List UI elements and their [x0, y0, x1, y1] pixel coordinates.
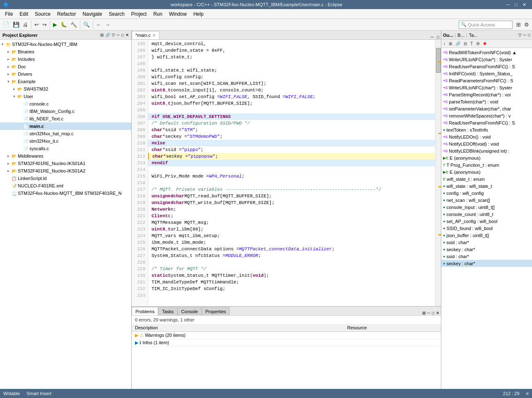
code-line[interactable]: Client c; [148, 213, 435, 219]
outline-maximize[interactable]: □ [528, 33, 530, 37]
outline-item[interactable]: Ewifi_state_t : enum [441, 175, 532, 182]
tree-expand-icon[interactable]: ▾ [2, 42, 6, 46]
bottom-tab-problems[interactable]: Problems [132, 307, 158, 315]
outline-item[interactable]: ●console_count : uint8_t [441, 211, 532, 218]
tree-item-root[interactable]: ▾📁STM32F4xx-Nucleo-MQTT_IBM [0, 41, 131, 48]
menu-item-navigate[interactable]: Navigate [79, 10, 105, 18]
outline-minimize[interactable]: ─ [523, 33, 526, 37]
toolbar-settings-button[interactable]: ⚙ [523, 21, 530, 29]
code-line[interactable]: uint8_t console_input[1], console_count=… [148, 87, 435, 94]
code-line[interactable]: static System_Status_t MQTTtimer_init(vo… [148, 272, 435, 279]
code-line[interactable]: /* MQTT. Private variables -------------… [148, 186, 435, 193]
bottom-tab-console[interactable]: Console [178, 307, 202, 315]
menu-item-edit[interactable]: Edit [16, 10, 31, 18]
outline-item[interactable]: ●SSID_found : wifi_bool [441, 225, 532, 232]
tree-item-drivers[interactable]: ▸📂Drivers [0, 70, 131, 78]
code-line[interactable]: MQTTMessage MQTT_msg; [148, 219, 435, 226]
code-line[interactable]: char *seckey = "pippopsw"; [148, 153, 435, 160]
code-line[interactable]: mqtt_device_control, [148, 41, 435, 47]
tree-item-nucleoxml[interactable]: 📝NUCLEO-F401RE.xml [0, 182, 131, 189]
toolbar-back-button[interactable]: ← [95, 21, 103, 29]
code-line[interactable]: wifi_state_t wifi_state; [148, 67, 435, 74]
bottom-maximize-button[interactable]: □ [432, 311, 434, 315]
panel-menu-button[interactable]: ▽ [112, 33, 115, 37]
outline-collapse-button[interactable]: ⊟ [462, 41, 468, 47]
outline-item[interactable]: ●set_AP_config : wifi_bool [441, 218, 532, 225]
code-editor[interactable]: mqtt_device_control, wifi_undefine_state… [148, 40, 435, 306]
tree-expand-icon[interactable]: ▸ [7, 57, 12, 61]
menu-item-refactor[interactable]: Refactor [54, 10, 79, 18]
tree-item-includes[interactable]: ▸📂Includes [0, 55, 131, 63]
toolbar-save-button[interactable]: 💾 [12, 21, 21, 29]
code-line[interactable]: #endif [148, 160, 435, 166]
outline-item[interactable]: +SNotifyLEDBlink(unsigned int) : [441, 147, 532, 154]
code-line[interactable]: unsigned char MQTT_write_buf[MQTT_BUFFER… [148, 199, 435, 206]
code-line[interactable]: } wifi_state_t; [148, 54, 435, 60]
editor-tab-close[interactable]: ✕ [152, 33, 156, 38]
code-line[interactable]: TIM_HandleTypeDef MQTTtimHandle; [148, 279, 435, 285]
outline-item[interactable]: +SParseStringRecord(char*) : voi [441, 91, 532, 98]
outline-link-button[interactable]: 🔗 [454, 41, 462, 47]
tree-item-linkerscript[interactable]: 📋LinkerScript.ld [0, 175, 131, 182]
outline-settings-button[interactable]: ⚙ [475, 41, 481, 47]
code-line[interactable]: System_Status_t nfcStatus = MODULE_ERROR… [148, 252, 435, 259]
close-button[interactable]: ✕ [520, 2, 529, 7]
outline-item[interactable]: TT Prog_Function_t : enum [441, 161, 532, 168]
toolbar-print-button[interactable]: 🖨 [22, 21, 29, 29]
outline-item[interactable]: ●json_buffer : uint8_t[] [441, 232, 532, 239]
toolbar-build-button[interactable]: 🔨 [69, 21, 78, 29]
tree-item-stm32f4[interactable]: 📄stm32f4xx_it.c [0, 137, 131, 145]
tree-item-stm32desc[interactable]: 📃STM32F4xx-Nucleo-MQTT_IBM STM32F401RE_N [0, 189, 131, 197]
outline-tab[interactable]: Ou... [443, 33, 453, 38]
tree-expand-icon[interactable]: ▾ [13, 94, 17, 98]
bottom-minimize-button[interactable]: ─ [427, 311, 430, 315]
tasks-tab[interactable]: Ta... [469, 33, 478, 38]
menu-item-source[interactable]: Source [31, 10, 54, 18]
editor-panel-maximize[interactable]: □ [435, 35, 441, 39]
code-line[interactable]: MQTT_vars mqtt_ibm_setup; [148, 233, 435, 239]
tree-item-syscalls[interactable]: 📄syscalls.c [0, 145, 131, 152]
vertical-scrollbar[interactable] [435, 40, 441, 306]
toolbar-search-button[interactable]: 🔍 [82, 21, 91, 29]
menu-item-file[interactable]: File [2, 10, 16, 18]
tree-item-stm32f401re_iks01a2[interactable]: ▸📂STM32F401RE_Nucleo-IKS01A2 [0, 167, 131, 175]
tree-item-sw4stm32[interactable]: ▸📂SW4STM32 [0, 85, 131, 93]
code-line[interactable]: MQTTPacket_connectData options = MQTTPac… [148, 246, 435, 252]
outline-item[interactable]: ●ssid : char* [441, 239, 532, 246]
outline-item[interactable]: ●net_scan : wifi_scan[] [441, 197, 532, 204]
menu-item-project[interactable]: Project [128, 10, 150, 18]
outline-item[interactable]: ▶EE (anonymous) [441, 154, 532, 161]
code-line[interactable]: wifi_undefine_state = 0xFF, [148, 47, 435, 54]
outline-item[interactable]: ●wifi_state : wifi_state_t [441, 182, 532, 189]
tree-expand-icon[interactable]: ▸ [7, 154, 12, 158]
code-line[interactable]: char *seckey = "STMdemoPWD"; [148, 133, 435, 140]
tree-item-example[interactable]: ▾📂Example [0, 78, 131, 85]
tree-item-ibmconfig[interactable]: 📄IBM_Watson_Config.c [0, 108, 131, 115]
toolbar-redo-button[interactable]: ↪ [41, 21, 48, 29]
menu-item-search[interactable]: Search [106, 10, 128, 18]
tree-item-consolec[interactable]: 📄console.c [0, 100, 131, 108]
outline-item[interactable]: +SWriteURLtoNFC(char*) : Syster [441, 84, 532, 91]
code-line[interactable]: uint8_t url_ibm[80]; [148, 226, 435, 233]
code-line[interactable] [148, 180, 435, 186]
outline-item[interactable]: +SReadUserParamsFromNFC() : S [441, 63, 532, 70]
outline-item[interactable]: ●seckey : char* [441, 260, 532, 267]
tree-item-user[interactable]: ▾📂User [0, 93, 131, 100]
bottom-toolbar-button[interactable]: ⊞ [422, 311, 426, 315]
code-line[interactable]: char *ssid = "STM"; [148, 127, 435, 133]
code-line[interactable]: #else [148, 140, 435, 146]
bookmarks-tab[interactable]: B... [457, 33, 465, 38]
tree-expand-icon[interactable]: ▸ [13, 87, 17, 91]
tree-expand-icon[interactable]: ▸ [7, 50, 12, 54]
menu-item-run[interactable]: Run [150, 10, 166, 18]
outline-show-types-button[interactable]: T [469, 41, 474, 47]
code-line[interactable]: /* Timer for MQTT */ [148, 266, 435, 272]
code-line[interactable]: TIM_IC_InitTypeDef sConfig; [148, 285, 435, 292]
problem-row[interactable]: ▶ ℹ Infos (1 item) [132, 339, 441, 347]
tree-expand-icon[interactable]: ▾ [7, 79, 12, 84]
code-line[interactable]: /* Default configuration SSID/PWD */ [148, 120, 435, 127]
bottom-close-button[interactable]: ✕ [436, 311, 439, 315]
status-more[interactable]: ≡ [526, 391, 529, 396]
minimize-panel-button[interactable]: ─ [117, 33, 120, 37]
toolbar-run-button[interactable]: ▶ [52, 21, 58, 29]
